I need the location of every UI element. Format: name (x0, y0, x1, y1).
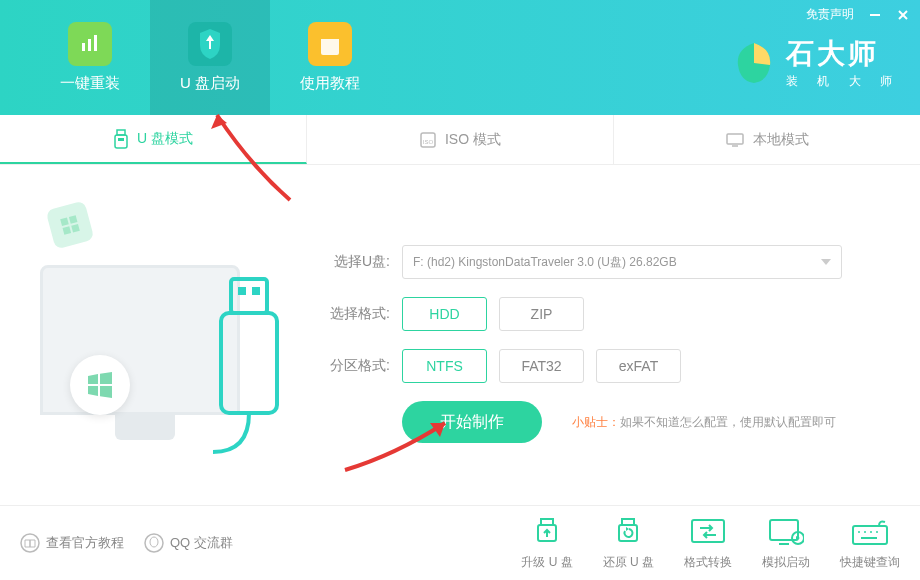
keyboard-icon (851, 520, 889, 546)
partition-label: 分区格式: (320, 357, 390, 375)
iso-icon: ISO (419, 131, 437, 149)
svg-rect-4 (88, 39, 91, 51)
windows-mini-icon (58, 213, 82, 237)
select-format-label: 选择格式: (320, 305, 390, 323)
monitor-play-icon (768, 518, 804, 548)
format-option-hdd[interactable]: HDD (402, 297, 487, 331)
usb-illustration (213, 277, 285, 457)
svg-rect-31 (770, 520, 798, 540)
svg-rect-30 (692, 520, 724, 542)
svg-rect-9 (115, 135, 127, 148)
svg-rect-18 (71, 224, 80, 233)
qq-icon (144, 533, 164, 553)
usb-restore-icon (612, 517, 644, 549)
action-simulate-boot[interactable]: 模拟启动 (762, 515, 810, 571)
minimize-button[interactable] (868, 8, 882, 22)
svg-rect-19 (231, 279, 267, 313)
format-option-zip[interactable]: ZIP (499, 297, 584, 331)
nav-tutorial[interactable]: 使用教程 (270, 0, 390, 115)
config-form: 选择U盘: F: (hd2) KingstonDataTraveler 3.0 … (290, 185, 880, 505)
nav-label: 使用教程 (300, 74, 360, 93)
action-hotkey-query[interactable]: 快捷键查询 (840, 515, 900, 571)
sub-tabs: U 盘模式 ISO ISO 模式 本地模式 (0, 115, 920, 165)
svg-rect-17 (63, 226, 72, 235)
main-content: 选择U盘: F: (hd2) KingstonDataTraveler 3.0 … (0, 165, 920, 505)
disclaimer-link[interactable]: 免责声明 (806, 6, 854, 23)
nav-reinstall[interactable]: 一键重装 (30, 0, 150, 115)
select-disk-label: 选择U盘: (320, 253, 390, 271)
book-open-icon (20, 533, 40, 553)
svg-rect-22 (221, 313, 277, 413)
partition-option-exfat[interactable]: exFAT (596, 349, 681, 383)
svg-point-37 (870, 531, 872, 533)
close-button[interactable] (896, 8, 910, 22)
book-icon (319, 31, 341, 57)
svg-point-25 (150, 537, 158, 547)
svg-point-38 (876, 531, 878, 533)
svg-rect-13 (727, 134, 743, 144)
svg-rect-20 (238, 287, 246, 295)
qq-group-link[interactable]: QQ 交流群 (144, 533, 233, 553)
svg-rect-15 (60, 218, 69, 227)
svg-rect-21 (252, 287, 260, 295)
partition-option-fat32[interactable]: FAT32 (499, 349, 584, 383)
disk-select[interactable]: F: (hd2) KingstonDataTraveler 3.0 (U盘) 2… (402, 245, 842, 279)
monitor-icon (725, 132, 745, 148)
svg-point-35 (858, 531, 860, 533)
usb-icon (113, 129, 129, 149)
subtab-usb-mode[interactable]: U 盘模式 (0, 115, 307, 164)
svg-rect-34 (853, 526, 887, 544)
action-upgrade-usb[interactable]: 升级 U 盘 (521, 515, 572, 571)
chevron-down-icon (821, 259, 831, 265)
nav-label: U 盘启动 (180, 74, 240, 93)
main-nav: 一键重装 U 盘启动 使用教程 (0, 0, 390, 115)
usb-up-icon (531, 517, 563, 549)
header-bar: 免责声明 一键重装 U 盘启动 使用教程 石大师 装 机 大 师 (0, 0, 920, 115)
convert-icon (690, 518, 726, 548)
svg-rect-29 (619, 525, 637, 541)
illustration (20, 185, 290, 505)
partition-option-ntfs[interactable]: NTFS (402, 349, 487, 383)
logo-icon (732, 41, 776, 85)
svg-point-36 (864, 531, 866, 533)
footer-bar: 查看官方教程 QQ 交流群 升级 U 盘 还原 U 盘 格式转换 模拟启动 快捷… (0, 505, 920, 580)
svg-rect-5 (94, 35, 97, 51)
windows-icon (85, 370, 115, 400)
shield-usb-icon (198, 29, 222, 59)
action-restore-usb[interactable]: 还原 U 盘 (603, 515, 654, 571)
subtab-local-mode[interactable]: 本地模式 (614, 115, 920, 164)
svg-rect-3 (82, 43, 85, 51)
svg-text:ISO: ISO (423, 139, 434, 145)
nav-usb-boot[interactable]: U 盘启动 (150, 0, 270, 115)
svg-rect-16 (69, 215, 78, 224)
subtab-iso-mode[interactable]: ISO ISO 模式 (307, 115, 614, 164)
tip-text: 小贴士：如果不知道怎么配置，使用默认配置即可 (572, 414, 836, 431)
start-create-button[interactable]: 开始制作 (402, 401, 542, 443)
svg-rect-10 (118, 138, 124, 141)
bars-icon (79, 33, 101, 55)
official-tutorial-link[interactable]: 查看官方教程 (20, 533, 124, 553)
brand-logo: 石大师 装 机 大 师 (732, 35, 900, 90)
svg-rect-7 (321, 33, 339, 39)
nav-label: 一键重装 (60, 74, 120, 93)
action-format-convert[interactable]: 格式转换 (684, 515, 732, 571)
